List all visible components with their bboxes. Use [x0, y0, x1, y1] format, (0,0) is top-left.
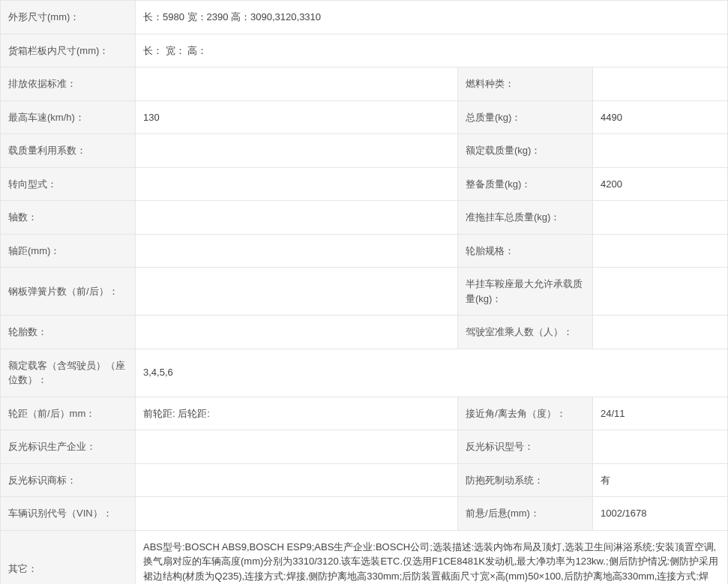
vehicle-spec-table: 外形尺寸(mm)： 长：5980 宽：2390 高：3090,3120,3310…: [0, 0, 728, 584]
track-label: 轮距（前/后）mm：: [1, 397, 136, 430]
cabseats-value: [593, 316, 728, 349]
abs-value: 有: [593, 463, 728, 497]
tirenum-value: [136, 316, 458, 349]
table-row: 反光标识商标： 防抱死制动系统： 有: [1, 463, 728, 497]
table-row: 反光标识生产企业： 反光标识型号：: [1, 430, 728, 464]
reflmodel-label: 反光标识型号：: [458, 430, 593, 464]
reflmaker-value: [136, 430, 458, 464]
table-row: 额定载客（含驾驶员）（座位数）： 3,4,5,6: [1, 349, 728, 397]
gross-label: 总质量(kg)：: [458, 100, 593, 134]
vin-label: 车辆识别代号（VIN）：: [1, 497, 136, 531]
saddle-label: 半挂车鞍座最大允许承载质量(kg)：: [458, 268, 593, 316]
gross-value: 4490: [593, 100, 728, 134]
loadcoef-label: 载质量利用系数：: [1, 134, 136, 168]
curb-value: 4200: [593, 167, 728, 201]
maxspeed-value: 130: [136, 100, 458, 134]
reflmodel-value: [593, 430, 728, 464]
loadcoef-value: [136, 134, 458, 168]
dim-value: 长：5980 宽：2390 高：3090,3120,3310: [136, 1, 728, 34]
abs-label: 防抱死制动系统：: [458, 463, 593, 497]
trailer-value: [593, 201, 728, 235]
table-row: 转向型式： 整备质量(kg)： 4200: [1, 167, 728, 201]
table-row: 钢板弹簧片数（前/后）： 半挂车鞍座最大允许承载质量(kg)：: [1, 268, 728, 316]
angle-label: 接近角/离去角（度）：: [458, 397, 593, 430]
fuel-value: [593, 67, 728, 101]
other-value: ABS型号:BOSCH ABS9,BOSCH ESP9;ABS生产企业:BOSC…: [136, 530, 728, 584]
axles-label: 轴数：: [1, 201, 136, 235]
other-label: 其它：: [1, 530, 136, 584]
rated-label: 额定载质量(kg)：: [458, 134, 593, 168]
dim-label: 外形尺寸(mm)：: [1, 1, 136, 34]
cabseats-label: 驾驶室准乘人数（人）：: [458, 316, 593, 349]
table-row: 排放依据标准： 燃料种类：: [1, 67, 728, 101]
steer-label: 转向型式：: [1, 167, 136, 201]
table-row: 轴距(mm)： 轮胎规格：: [1, 234, 728, 268]
emission-label: 排放依据标准：: [1, 67, 136, 101]
table-row: 车辆识别代号（VIN）： 前悬/后悬(mm)： 1002/1678: [1, 497, 728, 531]
tirespec-label: 轮胎规格：: [458, 234, 593, 268]
tirespec-value: [593, 234, 728, 268]
table-row: 轮距（前/后）mm： 前轮距: 后轮距: 接近角/离去角（度）： 24/11: [1, 397, 728, 430]
trailer-label: 准拖挂车总质量(kg)：: [458, 201, 593, 235]
cargo-label: 货箱栏板内尺寸(mm)：: [1, 34, 136, 67]
maxspeed-label: 最高车速(km/h)：: [1, 100, 136, 134]
leaf-label: 钢板弹簧片数（前/后）：: [1, 268, 136, 316]
table-row: 货箱栏板内尺寸(mm)： 长： 宽： 高：: [1, 34, 728, 67]
passengers-value: 3,4,5,6: [136, 349, 728, 397]
track-value: 前轮距: 后轮距:: [136, 397, 458, 430]
table-row: 轴数： 准拖挂车总质量(kg)：: [1, 201, 728, 235]
overhang-value: 1002/1678: [593, 497, 728, 531]
reflmaker-label: 反光标识生产企业：: [1, 430, 136, 464]
reflbrand-value: [136, 463, 458, 497]
wheelbase-value: [136, 234, 458, 268]
table-row: 载质量利用系数： 额定载质量(kg)：: [1, 134, 728, 168]
rated-value: [593, 134, 728, 168]
leaf-value: [136, 268, 458, 316]
tirenum-label: 轮胎数：: [1, 316, 136, 349]
axles-value: [136, 201, 458, 235]
table-row: 其它： ABS型号:BOSCH ABS9,BOSCH ESP9;ABS生产企业:…: [1, 530, 728, 584]
emission-value: [136, 67, 458, 101]
table-row: 外形尺寸(mm)： 长：5980 宽：2390 高：3090,3120,3310: [1, 1, 728, 34]
cargo-value: 长： 宽： 高：: [136, 34, 728, 67]
wheelbase-label: 轴距(mm)：: [1, 234, 136, 268]
steer-value: [136, 167, 458, 201]
saddle-value: [593, 268, 728, 316]
table-row: 轮胎数： 驾驶室准乘人数（人）：: [1, 316, 728, 349]
angle-value: 24/11: [593, 397, 728, 430]
fuel-label: 燃料种类：: [458, 67, 593, 101]
table-row: 最高车速(km/h)： 130 总质量(kg)： 4490: [1, 100, 728, 134]
reflbrand-label: 反光标识商标：: [1, 463, 136, 497]
vin-value: [136, 497, 458, 531]
curb-label: 整备质量(kg)：: [458, 167, 593, 201]
overhang-label: 前悬/后悬(mm)：: [458, 497, 593, 531]
passengers-label: 额定载客（含驾驶员）（座位数）：: [1, 349, 136, 397]
